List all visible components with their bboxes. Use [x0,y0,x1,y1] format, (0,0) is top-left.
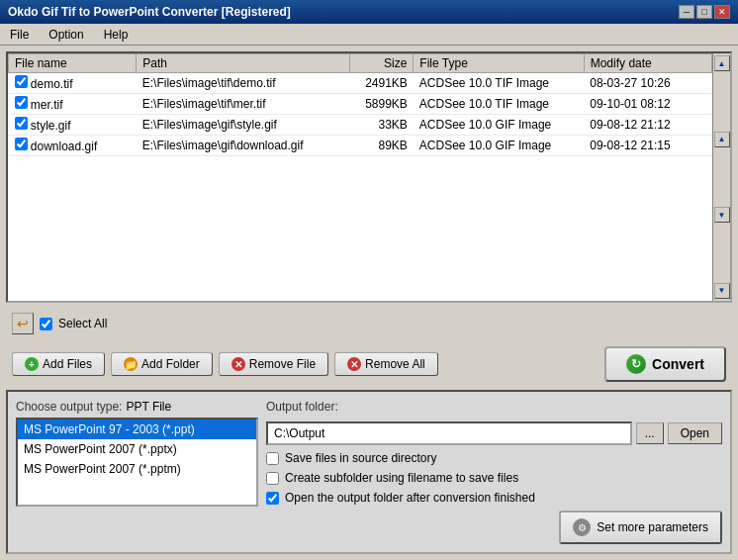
open-after-conversion-label[interactable]: Open the output folder after conversion … [285,491,535,505]
create-subfolder-checkbox[interactable] [266,472,279,485]
add-folder-button[interactable]: 📁 Add Folder [111,352,213,376]
row-checkbox-2[interactable] [15,117,28,130]
app-title: Okdo Gif Tif to PowerPoint Converter [Re… [8,5,291,19]
scroll-down-button[interactable]: ▼ [714,207,730,223]
cell-filename: demo.tif [9,73,137,94]
cell-date: 09-08-12 21:12 [584,115,711,136]
remove-all-button[interactable]: ✕ Remove All [334,352,438,376]
save-in-source-label[interactable]: Save files in source directory [285,451,436,465]
create-subfolder-label[interactable]: Create subfolder using filename to save … [285,471,518,485]
output-list-item[interactable]: MS PowerPoint 2007 (*.pptm) [18,459,256,479]
folder-path-row: ... Open [266,421,722,445]
scroll-top-button[interactable]: ▲ [714,55,730,71]
add-folder-icon: 📁 [124,357,138,371]
main-content: File name Path Size File Type Modify dat… [0,46,738,560]
output-list-item[interactable]: MS PowerPoint 97 - 2003 (*.ppt) [18,420,256,439]
menu-help[interactable]: Help [98,26,135,44]
file-table: File name Path Size File Type Modify dat… [8,53,712,156]
cell-date: 09-08-12 21:15 [584,136,711,156]
cell-filename: style.gif [9,115,137,136]
row-checkbox-3[interactable] [15,138,28,150]
select-all-row: ↩ Select All [6,309,732,338]
output-folder-input[interactable] [266,421,632,445]
cell-filename: mer.tif [9,94,137,115]
close-button[interactable]: ✕ [714,5,730,19]
menu-option[interactable]: Option [43,26,89,44]
output-type-panel: Choose output type: PPT File MS PowerPoi… [16,400,258,544]
minimize-button[interactable]: ─ [679,5,694,19]
set-more-params-label: Set more parameters [597,520,708,534]
output-type-value: PPT File [126,400,171,414]
add-files-icon: + [25,357,39,371]
col-size: Size [349,54,414,73]
cell-date: 09-10-01 08:12 [584,94,711,115]
output-list-item[interactable]: MS PowerPoint 2007 (*.pptx) [18,439,256,459]
scroll-up-button[interactable]: ▲ [714,132,730,147]
convert-button[interactable]: ↻ Convert [604,346,726,382]
cell-path: E:\Files\image\gif\style.gif [137,115,349,136]
select-all-checkbox[interactable] [40,318,52,330]
back-button[interactable]: ↩ [12,313,34,334]
remove-all-label: Remove All [365,357,425,371]
open-folder-button[interactable]: Open [668,422,722,444]
output-folder-panel: Output folder: ... Open Save files in so… [266,400,722,544]
cell-date: 08-03-27 10:26 [584,73,711,94]
cell-size: 2491KB [349,73,414,94]
menu-bar: File Option Help [0,24,738,46]
convert-label: Convert [652,356,704,372]
gear-icon: ⚙ [573,518,591,536]
cell-filetype: ACDSee 10.0 GIF Image [414,115,584,136]
table-row[interactable]: download.gif E:\Files\image\gif\download… [9,136,712,156]
title-bar: Okdo Gif Tif to PowerPoint Converter [Re… [0,0,738,24]
scroll-bottom-button[interactable]: ▼ [714,283,730,299]
col-path: Path [137,54,349,73]
cell-path: E:\Files\image\tif\demo.tif [137,73,349,94]
window-controls: ─ □ ✕ [679,5,730,19]
cell-size: 5899KB [349,94,414,115]
save-in-source-checkbox[interactable] [266,452,279,465]
cell-path: E:\Files\image\tif\mer.tif [137,94,349,115]
open-after-conversion-checkbox[interactable] [266,492,279,505]
action-buttons-row: + Add Files 📁 Add Folder ✕ Remove File ✕… [6,344,732,384]
bottom-section: Choose output type: PPT File MS PowerPoi… [6,390,732,554]
maximize-button[interactable]: □ [696,5,712,19]
row-checkbox-0[interactable] [15,75,28,88]
select-all-label[interactable]: Select All [58,317,107,330]
row-checkbox-1[interactable] [15,96,28,109]
menu-file[interactable]: File [4,26,35,44]
output-folder-label: Output folder: [266,400,722,414]
create-subfolder-row: Create subfolder using filename to save … [266,471,722,485]
table-row[interactable]: demo.tif E:\Files\image\tif\demo.tif 249… [9,73,712,94]
scroll-panel: ▲ ▲ ▼ ▼ [712,53,730,301]
output-type-label-row: Choose output type: PPT File [16,400,258,414]
col-filetype: File Type [414,54,584,73]
remove-file-button[interactable]: ✕ Remove File [219,352,328,376]
col-filename: File name [9,54,137,73]
save-in-source-row: Save files in source directory [266,451,722,465]
file-table-container: File name Path Size File Type Modify dat… [6,51,732,303]
cell-filetype: ACDSee 10.0 TIF Image [414,94,584,115]
output-type-label: Choose output type: [16,400,122,414]
set-more-params-button[interactable]: ⚙ Set more parameters [559,511,722,544]
cell-size: 89KB [349,136,414,156]
cell-size: 33KB [349,115,414,136]
remove-all-icon: ✕ [347,357,361,371]
table-row[interactable]: style.gif E:\Files\image\gif\style.gif 3… [9,115,712,136]
remove-file-icon: ✕ [231,357,245,371]
remove-file-label: Remove File [249,357,316,371]
table-row[interactable]: mer.tif E:\Files\image\tif\mer.tif 5899K… [9,94,712,115]
add-files-button[interactable]: + Add Files [12,352,105,376]
cell-filetype: ACDSee 10.0 TIF Image [414,73,584,94]
cell-filename: download.gif [9,136,137,156]
convert-icon: ↻ [626,354,646,374]
open-after-conversion-row: Open the output folder after conversion … [266,491,722,505]
output-type-list[interactable]: MS PowerPoint 97 - 2003 (*.ppt)MS PowerP… [16,418,258,507]
col-modifydate: Modify date [584,54,711,73]
cell-path: E:\Files\image\gif\download.gif [137,136,349,156]
cell-filetype: ACDSee 10.0 GIF Image [414,136,584,156]
browse-button[interactable]: ... [636,422,664,444]
add-files-label: Add Files [43,357,92,371]
add-folder-label: Add Folder [141,357,200,371]
